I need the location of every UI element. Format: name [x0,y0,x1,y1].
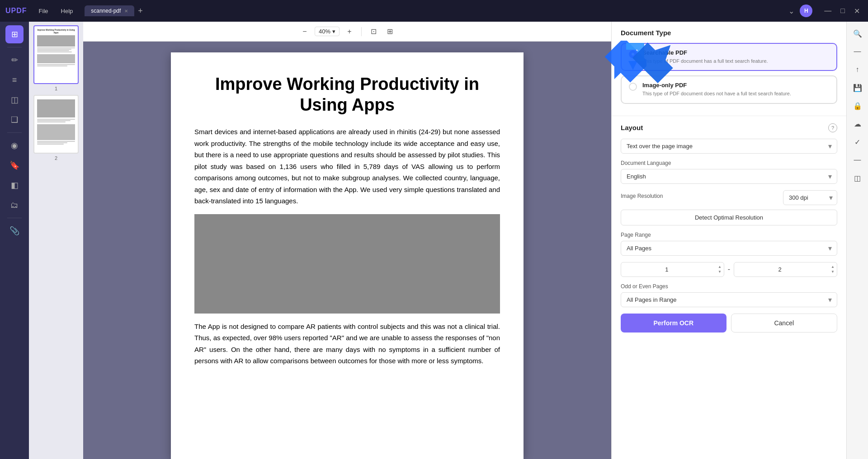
sidebar-item-grid[interactable]: ⊞ [5,25,24,43]
thumbnail-panel: Improve Working Productivity in Using Ap… [29,22,83,459]
pdf-image [194,214,500,314]
page-to-input[interactable] [734,262,837,277]
resolution-select[interactable]: 72 dpi 150 dpi 200 dpi 300 dpi 400 dpi 6… [783,190,837,205]
page-from-up-btn[interactable]: ▲ [717,265,722,269]
searchable-pdf-option[interactable]: Searchable PDF This type of PDF document… [621,43,837,71]
thumbnail-image-1: Improve Working Productivity in Using Ap… [33,25,79,84]
page-range-inputs: ▲ ▼ - ▲ ▼ [621,262,837,277]
odd-even-label: Odd or Even Pages [621,283,837,290]
layout-header: Layout ? [621,123,837,132]
document-language-label: Document Language [621,160,837,166]
odd-even-select[interactable]: All Pages in Range Odd Pages Only Even P… [621,292,837,307]
layout-title: Layout [621,124,643,131]
sidebar-item-list[interactable]: ≡ [5,71,24,89]
pdf-title: Improve Working Productivity in Using Ap… [194,74,500,115]
thumbnail-image-2 [33,95,79,154]
right-search-icon[interactable]: 🔍 [849,25,866,42]
ocr-panel: Document Type Searchable PDF This type o… [611,22,846,459]
sidebar-item-layers[interactable]: ◧ [5,176,24,194]
sidebar-divider-1 [7,47,22,47]
window-dropdown[interactable]: ⌄ [787,5,796,17]
language-select[interactable]: English French German Spanish Chinese Ja… [621,169,837,184]
page-to-stepper: ▲ ▼ [830,262,835,277]
thumbnail-page-1[interactable]: Improve Working Productivity in Using Ap… [33,25,80,91]
page-from-down-btn[interactable]: ▼ [717,270,722,274]
zoom-in-btn[interactable]: + [343,25,356,38]
action-buttons-row: Perform OCR Cancel [621,314,837,333]
document-type-section: Document Type Searchable PDF This type o… [612,22,846,116]
zoom-display[interactable]: 40% ▾ [315,27,340,36]
detect-resolution-btn[interactable]: Detect Optimal Resolution [621,210,837,225]
left-sidebar: ⊞ ✏ ≡ ◫ ❑ ◉ 🔖 ◧ 🗂 📎 [0,22,29,459]
language-select-wrapper: English French German Spanish Chinese Ja… [621,169,837,184]
right-icon-bar: 🔍 — ↑ 💾 🔒 ☁ ✓ — ◫ [846,22,868,459]
main-layout: ⊞ ✏ ≡ ◫ ❑ ◉ 🔖 ◧ 🗂 📎 Improve Working Prod… [0,22,868,459]
pdf-content: Improve Working Productivity in Using Ap… [83,42,611,459]
image-only-pdf-label: Image-only PDF [642,82,791,89]
titlebar: UPDF File Help scanned-pdf ✕ + ⌄ H — □ ✕ [0,0,868,22]
image-resolution-label: Image Resolution [621,193,663,199]
searchable-pdf-text: Searchable PDF This type of PDF document… [642,49,768,65]
page-to-wrapper: ▲ ▼ [734,262,837,277]
thumbnail-page-2[interactable]: 2 [33,95,80,161]
page-to-up-btn[interactable]: ▲ [830,265,835,269]
page-from-wrapper: ▲ ▼ [621,262,724,277]
right-minus2-icon[interactable]: — [849,152,866,168]
sidebar-item-paperclip[interactable]: 📎 [5,222,24,240]
layout-section: Layout ? Text over the page image Text u… [612,116,846,459]
sidebar-item-edit[interactable]: ✏ [5,51,24,69]
layout-select[interactable]: Text over the page image Text under the … [621,139,837,154]
document-type-title: Document Type [621,29,837,37]
maximize-btn[interactable]: □ [838,6,848,16]
window-controls: — □ ✕ [821,6,863,16]
right-lock-icon[interactable]: 🔒 [849,98,866,114]
new-tab-btn[interactable]: + [138,6,143,16]
minimize-btn[interactable]: — [821,6,834,16]
page-range-select[interactable]: All Pages Current Page Custom Range [621,241,837,256]
image-only-pdf-option[interactable]: Image-only PDF This type of PDF document… [621,75,837,103]
sidebar-item-stamp[interactable]: 🗂 [5,196,24,214]
tab-scanned-pdf[interactable]: scanned-pdf ✕ [85,5,134,16]
right-database-icon[interactable]: ◫ [849,170,866,186]
searchable-pdf-label: Searchable PDF [642,49,768,56]
sidebar-item-search[interactable]: ◉ [5,136,24,155]
pdf-paragraph-1: Smart devices and internet-based applica… [194,126,500,207]
file-menu[interactable]: File [34,6,53,16]
page-from-stepper: ▲ ▼ [717,262,722,277]
pdf-paragraph-2: The App is not designed to compare AR pa… [194,321,500,367]
right-save-icon[interactable]: 💾 [849,80,866,96]
close-btn[interactable]: ✕ [851,6,863,16]
sidebar-item-layout[interactable]: ◫ [5,91,24,109]
right-minus-icon[interactable]: — [849,43,866,60]
tab-close-btn[interactable]: ✕ [124,9,128,14]
image-resolution-row: Image Resolution 72 dpi 150 dpi 200 dpi … [621,190,837,205]
pdf-toolbar: − 40% ▾ + ⊡ ⊞ [83,22,611,42]
page-from-input[interactable] [621,262,724,277]
avatar[interactable]: H [800,5,812,17]
zoom-dropdown-icon: ▾ [332,28,335,35]
help-menu[interactable]: Help [57,6,78,16]
sidebar-item-bookmark[interactable]: 🔖 [5,156,24,174]
right-check-icon[interactable]: ✓ [849,134,866,150]
fit-width-btn[interactable]: ⊞ [383,25,396,38]
right-export-icon[interactable]: ↑ [849,61,866,78]
page-range-select-wrapper: All Pages Current Page Custom Range [621,241,837,256]
sidebar-divider-3 [7,218,22,218]
sidebar-item-pages[interactable]: ❑ [5,111,24,129]
zoom-value: 40% [319,28,330,35]
odd-even-select-wrapper: All Pages in Range Odd Pages Only Even P… [621,292,837,307]
perform-ocr-btn[interactable]: Perform OCR [621,314,726,333]
tab-label: scanned-pdf [91,8,121,14]
fit-page-btn[interactable]: ⊡ [367,25,380,38]
right-cloud-icon[interactable]: ☁ [849,116,866,132]
layout-select-wrapper: Text over the page image Text under the … [621,139,837,154]
toolbar-sep-1 [361,27,362,36]
image-only-pdf-text: Image-only PDF This type of PDF document… [642,82,791,97]
pdf-page: Improve Working Productivity in Using Ap… [171,52,524,459]
zoom-out-btn[interactable]: − [298,25,311,38]
page-to-down-btn[interactable]: ▼ [830,270,835,274]
help-icon-btn[interactable]: ? [828,123,837,132]
searchable-pdf-radio [629,50,637,58]
cancel-btn[interactable]: Cancel [731,314,838,333]
tab-bar: scanned-pdf ✕ + [85,5,143,16]
